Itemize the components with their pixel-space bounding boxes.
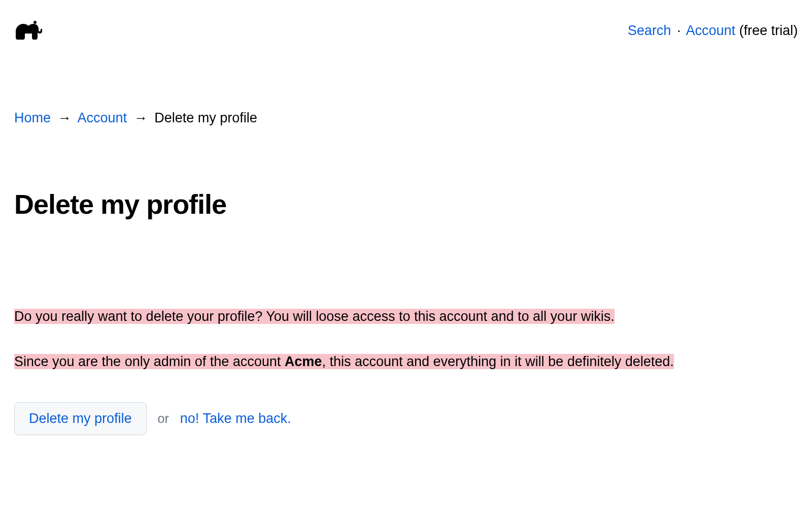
- account-name: Acme: [285, 354, 322, 369]
- trial-label: (free trial): [739, 23, 798, 38]
- warning-text-2: Since you are the only admin of the acco…: [14, 354, 674, 369]
- arrow-icon: →: [134, 110, 148, 125]
- delete-profile-button[interactable]: Delete my profile: [14, 402, 147, 435]
- account-link[interactable]: Account: [686, 23, 735, 38]
- actions-row: Delete my profile or no! Take me back.: [14, 402, 798, 435]
- breadcrumb-home[interactable]: Home: [14, 110, 51, 125]
- breadcrumb-current: Delete my profile: [154, 110, 257, 125]
- warning-text-1: Do you really want to delete your profil…: [14, 309, 615, 324]
- warning-paragraph-1: Do you really want to delete your profil…: [14, 306, 798, 327]
- breadcrumb: Home → Account → Delete my profile: [14, 108, 798, 128]
- header-nav: Search · Account (free trial): [628, 20, 798, 41]
- take-me-back-link[interactable]: no! Take me back.: [180, 408, 291, 429]
- nav-separator: ·: [677, 23, 681, 38]
- page-title: Delete my profile: [14, 184, 798, 225]
- or-text: or: [158, 409, 169, 429]
- breadcrumb-account[interactable]: Account: [78, 110, 127, 125]
- elephant-icon: [14, 28, 44, 44]
- header: Search · Account (free trial): [14, 20, 798, 47]
- logo-link[interactable]: [14, 20, 44, 47]
- arrow-icon: →: [58, 110, 72, 125]
- search-link[interactable]: Search: [628, 23, 671, 38]
- warning-paragraph-2: Since you are the only admin of the acco…: [14, 351, 798, 372]
